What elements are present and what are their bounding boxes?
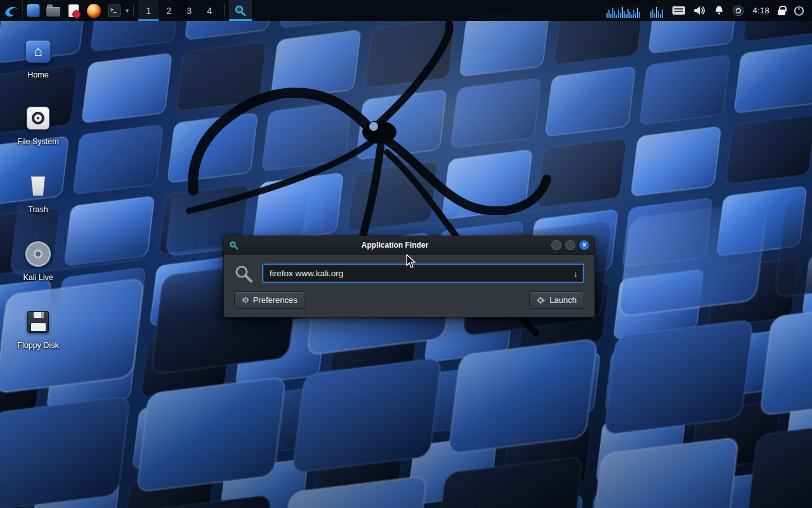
panel-clock[interactable]: 4:18 [752, 6, 769, 15]
network-graph-icon[interactable] [605, 4, 641, 18]
home-icon: ⌂ [25, 40, 51, 63]
taskbar-application-finder[interactable] [229, 0, 252, 21]
firefox-launcher[interactable] [84, 0, 104, 21]
launch-label: Launch [549, 295, 577, 305]
chevron-down-icon[interactable]: ▾ [126, 7, 129, 14]
launch-button[interactable]: Launch [529, 291, 584, 309]
floppy-disk-icon [27, 311, 49, 333]
terminal-icon: >_ [108, 4, 121, 17]
folder-icon [46, 7, 60, 17]
separator [224, 4, 225, 17]
kali-menu-icon [3, 3, 20, 19]
firefox-icon [87, 4, 101, 18]
titlebar[interactable]: Application Finder × [224, 236, 594, 255]
lock-icon[interactable] [778, 10, 785, 15]
workspace-2[interactable]: 2 [159, 0, 179, 21]
text-editor-launcher[interactable] [63, 0, 84, 21]
close-button[interactable]: × [579, 240, 589, 250]
top-panel: >_ ▾ 1 2 3 4 [0, 0, 812, 21]
trash-icon [30, 177, 46, 196]
workspace-4-label: 4 [207, 6, 212, 16]
desktop-icon-label: Floppy Disk [8, 341, 69, 350]
application-finder-icon [234, 4, 247, 17]
power-icon[interactable] [794, 5, 804, 16]
window-icon [229, 241, 239, 250]
workspace-1[interactable]: 1 [138, 0, 159, 21]
desktop-icon-home[interactable]: ⌂ Home [8, 37, 69, 79]
workspace-3[interactable]: 3 [179, 0, 199, 21]
gear-icon: ⚙ [242, 295, 249, 305]
preferences-button[interactable]: ⚙ Preferences [234, 291, 305, 309]
preferences-label: Preferences [253, 295, 298, 305]
system-tray: 4:18 [605, 4, 812, 18]
desktop-icon-label: Trash [8, 205, 69, 214]
close-icon: × [582, 242, 586, 248]
search-input[interactable] [262, 264, 584, 283]
desktop-icon-label: Kali Live [8, 273, 69, 282]
workspace-2-label: 2 [166, 6, 171, 16]
desktop-icon-trash[interactable]: Trash [8, 171, 69, 214]
keyboard-layout-icon[interactable] [672, 6, 685, 15]
launch-icon [537, 296, 546, 305]
hard-disk-icon [27, 107, 49, 130]
desktop-icon-floppy-disk[interactable]: Floppy Disk [8, 307, 69, 350]
minimize-button[interactable] [551, 240, 561, 250]
window-title: Application Finder [242, 241, 547, 250]
volume-icon[interactable] [693, 5, 705, 16]
files-launcher[interactable] [23, 0, 43, 21]
workspace-3-label: 3 [187, 6, 192, 16]
desktop-icon-file-system[interactable]: File System [8, 104, 69, 146]
separator [133, 4, 134, 17]
cpu-graph-icon[interactable] [649, 4, 664, 18]
update-indicator-icon[interactable] [733, 5, 744, 17]
notification-bell-icon[interactable] [714, 5, 724, 16]
terminal-launcher[interactable]: >_ [104, 0, 124, 21]
workspace-4[interactable]: 4 [199, 0, 219, 21]
workspace-1-label: 1 [146, 6, 151, 16]
document-icon [69, 4, 79, 17]
desktop-icon-label: Home [8, 70, 69, 79]
desktop-icon-label: File System [8, 137, 69, 146]
desktop-icon-kali-live[interactable]: Kali Live [8, 239, 69, 282]
maximize-button[interactable] [565, 240, 575, 250]
applications-menu-button[interactable] [0, 0, 23, 21]
files-icon [27, 4, 40, 17]
search-icon [234, 264, 253, 283]
folder-launcher[interactable] [43, 0, 63, 21]
application-finder-window: Application Finder × ↓ ⚙ Preferences [223, 236, 595, 318]
optical-disc-icon [25, 241, 51, 267]
